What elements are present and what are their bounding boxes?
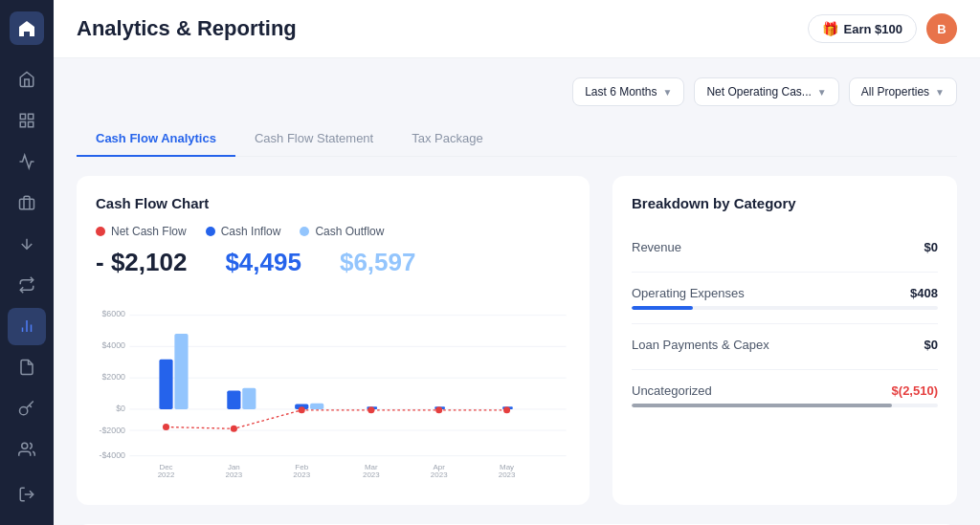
breakdown-uncategorized-row: Uncategorized $(2,510) [632, 383, 938, 398]
svg-rect-2 [29, 121, 33, 126]
metric-net-cash-flow: - $2,102 [96, 248, 187, 277]
filters-row: Last 6 Months ▼ Net Operating Cas... ▼ A… [77, 77, 957, 106]
svg-rect-29 [310, 404, 323, 409]
svg-rect-1 [29, 114, 33, 119]
cash-inflow-dot [206, 227, 215, 236]
breakdown-item-uncategorized: Uncategorized $(2,510) [632, 370, 938, 421]
tabs: Cash Flow Analytics Cash Flow Statement … [77, 121, 957, 157]
breakdown-uncategorized-value: $(2,510) [892, 383, 938, 398]
svg-text:-$4000: -$4000 [99, 450, 125, 460]
breakdown-loan-label: Loan Payments & Capex [632, 338, 769, 352]
sidebar-item-transactions[interactable] [8, 225, 46, 262]
metrics-row: - $2,102 $4,495 $6,597 [96, 248, 570, 277]
svg-text:-$2000: -$2000 [99, 426, 125, 435]
breakdown-uncategorized-bar-fill [632, 404, 892, 407]
page-title: Analytics & Reporting [77, 16, 297, 41]
breakdown-operating-row: Operating Expenses $408 [632, 286, 938, 300]
breakdown-section: Breakdown by Category Revenue $0 Operati… [612, 176, 957, 505]
svg-text:$6000: $6000 [101, 309, 125, 318]
cash-outflow-dot [300, 227, 309, 236]
svg-text:2023: 2023 [226, 470, 243, 479]
sidebar-item-home[interactable] [8, 60, 46, 98]
tab-cash-flow-statement[interactable]: Cash Flow Statement [235, 121, 392, 157]
chart-section: Cash Flow Chart Net Cash Flow Cash Inflo… [77, 176, 590, 505]
breakdown-item-revenue: Revenue $0 [632, 227, 938, 273]
sidebar-item-recurring[interactable] [8, 267, 46, 304]
svg-text:2023: 2023 [293, 470, 310, 479]
gift-icon: 🎁 [822, 21, 838, 36]
sidebar-item-export[interactable] [8, 476, 46, 514]
svg-rect-25 [174, 334, 188, 409]
svg-text:2023: 2023 [431, 470, 448, 479]
svg-point-35 [299, 406, 305, 413]
svg-point-10 [22, 444, 28, 449]
sidebar-item-documents[interactable] [8, 349, 46, 386]
svg-rect-4 [20, 199, 34, 209]
svg-point-36 [368, 406, 374, 413]
breakdown-item-loan: Loan Payments & Capex $0 [632, 324, 938, 370]
svg-point-9 [20, 407, 28, 415]
metric-filter-caret: ▼ [817, 87, 827, 98]
net-cash-flow-dot [96, 227, 105, 236]
sidebar-item-grid[interactable] [8, 101, 46, 139]
breakdown-operating-value: $408 [910, 286, 938, 300]
svg-rect-26 [227, 390, 240, 408]
sidebar-item-keys[interactable] [8, 390, 46, 427]
chart-title: Cash Flow Chart [96, 195, 570, 211]
svg-text:2023: 2023 [499, 470, 516, 479]
property-filter[interactable]: All Properties ▼ [849, 77, 957, 106]
period-filter[interactable]: Last 6 Months ▼ [572, 77, 684, 106]
breakdown-title: Breakdown by Category [632, 195, 938, 211]
content-grid: Cash Flow Chart Net Cash Flow Cash Inflo… [77, 176, 957, 505]
svg-point-34 [231, 426, 237, 432]
sidebar-item-properties[interactable] [8, 184, 46, 221]
chart-canvas: $6000 $4000 $2000 $0 -$2000 -$4000 [96, 291, 570, 486]
svg-rect-0 [20, 114, 25, 119]
main-content: Analytics & Reporting 🎁 Earn $100 B Last… [54, 0, 980, 525]
breakdown-loan-row: Loan Payments & Capex $0 [632, 338, 938, 352]
svg-rect-3 [20, 121, 25, 126]
svg-rect-24 [159, 360, 172, 409]
property-filter-label: All Properties [861, 85, 929, 98]
legend-net-cash-flow-label: Net Cash Flow [111, 225, 187, 238]
period-filter-label: Last 6 Months [585, 85, 657, 98]
avatar: B [926, 13, 957, 44]
legend-net-cash-flow: Net Cash Flow [96, 225, 187, 238]
sidebar-logo[interactable] [10, 11, 44, 45]
svg-text:2023: 2023 [363, 470, 380, 479]
sidebar-item-analytics[interactable] [8, 142, 46, 180]
earn-button[interactable]: 🎁 Earn $100 [808, 14, 917, 43]
svg-text:$4000: $4000 [101, 340, 125, 350]
sidebar-item-contacts[interactable] [8, 431, 46, 469]
breakdown-operating-bar-track [632, 306, 938, 310]
header: Analytics & Reporting 🎁 Earn $100 B [54, 0, 980, 58]
svg-rect-27 [242, 388, 256, 409]
sidebar [0, 0, 54, 525]
header-actions: 🎁 Earn $100 B [808, 13, 957, 44]
tab-cash-flow-analytics[interactable]: Cash Flow Analytics [77, 121, 235, 157]
chart-legend: Net Cash Flow Cash Inflow Cash Outflow [96, 225, 570, 238]
svg-text:2022: 2022 [158, 470, 175, 479]
legend-cash-inflow: Cash Inflow [206, 225, 281, 238]
tab-tax-package[interactable]: Tax Package [392, 121, 501, 157]
svg-text:$2000: $2000 [101, 372, 125, 382]
svg-point-37 [435, 406, 442, 413]
svg-point-33 [163, 424, 169, 430]
property-filter-caret: ▼ [935, 87, 945, 98]
net-cash-flow-value: - $2,102 [96, 248, 187, 277]
metric-cash-inflow: $4,495 [225, 248, 301, 277]
metric-cash-outflow: $6,597 [340, 248, 416, 277]
period-filter-caret: ▼ [663, 87, 673, 98]
breakdown-operating-bar-fill [632, 306, 693, 310]
legend-cash-inflow-label: Cash Inflow [221, 225, 281, 238]
breakdown-uncategorized-label: Uncategorized [632, 383, 712, 398]
breakdown-loan-value: $0 [924, 338, 938, 352]
breakdown-operating-label: Operating Expenses [632, 286, 745, 300]
page-body: Last 6 Months ▼ Net Operating Cas... ▼ A… [54, 58, 980, 525]
metric-filter[interactable]: Net Operating Cas... ▼ [694, 77, 838, 106]
svg-text:$0: $0 [116, 404, 125, 413]
sidebar-item-reports[interactable] [8, 308, 46, 345]
svg-point-38 [503, 406, 510, 413]
cash-inflow-value: $4,495 [225, 248, 301, 277]
breakdown-revenue-label: Revenue [632, 240, 681, 254]
